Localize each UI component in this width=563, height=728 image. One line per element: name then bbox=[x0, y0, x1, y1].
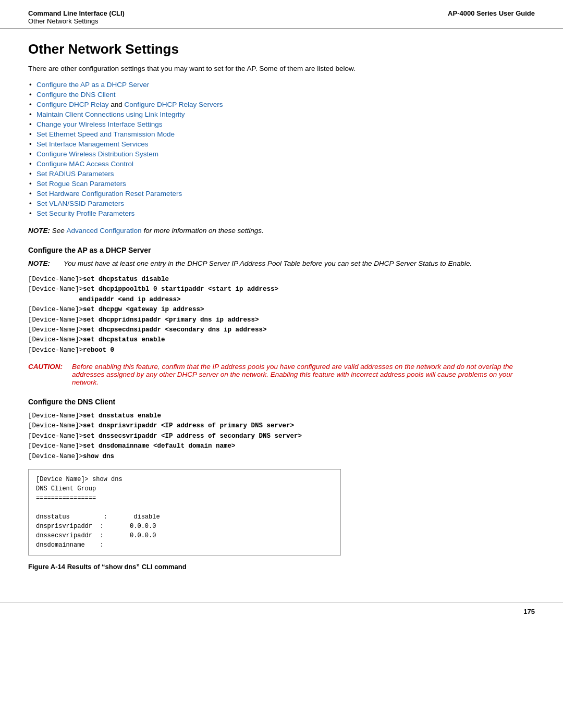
link-interface-mgmt[interactable]: Set Interface Management Services bbox=[36, 140, 149, 148]
link-configure-dns-client[interactable]: Configure the DNS Client bbox=[36, 91, 116, 98]
list-item: Set Security Profile Parameters bbox=[28, 208, 535, 218]
link-hw-config-reset[interactable]: Set Hardware Configuration Reset Paramet… bbox=[36, 190, 182, 198]
header-title: Command Line Interface (CLI) bbox=[28, 9, 125, 17]
link-security-profile[interactable]: Set Security Profile Parameters bbox=[36, 209, 134, 217]
list-item: Configure Wireless Distribution System bbox=[28, 149, 535, 159]
list-item: Set Hardware Configuration Reset Paramet… bbox=[28, 189, 535, 199]
code-line: [Device-Name]>set dhcpstatus enable bbox=[28, 336, 165, 343]
main-content: Other Network Settings There are other c… bbox=[0, 29, 563, 602]
code-line: [Device-Name]>set dnssecsvripaddr <IP ad… bbox=[28, 433, 302, 440]
and-text: and bbox=[111, 101, 124, 108]
header-subtitle: Other Network Settings bbox=[28, 17, 125, 25]
list-item: Configure MAC Access Control bbox=[28, 159, 535, 169]
terminal-line: dnsprisvripaddr : 0.0.0.0 bbox=[36, 522, 333, 531]
bullet-list: Configure the AP as a DHCP Server Config… bbox=[28, 80, 535, 218]
link-configure-dhcp-relay[interactable]: Configure DHCP Relay bbox=[36, 101, 109, 108]
link-vlan-ssid[interactable]: Set VLAN/SSID Parameters bbox=[36, 200, 124, 207]
note-label: NOTE: bbox=[28, 227, 52, 235]
terminal-line: DNS Client Group bbox=[36, 484, 333, 493]
header-right: AP-4000 Series User Guide bbox=[448, 9, 535, 17]
code-line: [Device-Name]>reboot 0 bbox=[28, 347, 114, 354]
section1-note: NOTE: You must have at least one entry i… bbox=[28, 260, 535, 267]
terminal-output: [Device Name]> show dns DNS Client Group… bbox=[28, 469, 341, 556]
code-line: [Device-Name]>set dhcpippooltbl 0 starti… bbox=[28, 286, 278, 293]
code-line: endipaddr <end ip address> bbox=[28, 296, 181, 303]
header-left: Command Line Interface (CLI) Other Netwo… bbox=[28, 9, 125, 25]
section1-code: [Device-Name]>set dhcpstatus disable [De… bbox=[28, 275, 535, 355]
note-paragraph: NOTE: See Advanced Configuration for mor… bbox=[28, 227, 535, 235]
terminal-line: dnssecsvripaddr : 0.0.0.0 bbox=[36, 531, 333, 540]
link-wds[interactable]: Configure Wireless Distribution System bbox=[36, 150, 158, 158]
list-item: Set Ethernet Speed and Transmission Mode bbox=[28, 129, 535, 139]
caution-label: CAUTION: bbox=[28, 363, 65, 386]
list-item: Configure DHCP Relay and Configure DHCP … bbox=[28, 100, 535, 109]
link-rogue-scan[interactable]: Set Rogue Scan Parameters bbox=[36, 180, 126, 188]
advanced-config-link[interactable]: Advanced Configuration bbox=[67, 227, 142, 235]
terminal-line: dnsdomainname : bbox=[36, 540, 333, 550]
figure-caption: Figure A-14 Results of “show dns” CLI co… bbox=[28, 563, 535, 571]
terminal-line bbox=[36, 503, 333, 512]
terminal-line: ================ bbox=[36, 493, 333, 503]
list-item: Set VLAN/SSID Parameters bbox=[28, 199, 535, 208]
terminal-line: [Device Name]> show dns bbox=[36, 475, 333, 484]
list-item: Set Rogue Scan Parameters bbox=[28, 179, 535, 189]
link-configure-ap-dhcp[interactable]: Configure the AP as a DHCP Server bbox=[36, 81, 149, 89]
list-item: Configure the AP as a DHCP Server bbox=[28, 80, 535, 90]
section1-note-label: NOTE: bbox=[28, 260, 56, 267]
link-ethernet-speed[interactable]: Set Ethernet Speed and Transmission Mode bbox=[36, 130, 175, 138]
section1-note-body: You must have at least one entry in the … bbox=[64, 260, 472, 267]
caution-block: CAUTION: Before enabling this feature, c… bbox=[28, 363, 535, 386]
code-line: [Device-Name]>set dhcpstatus disable bbox=[28, 276, 169, 283]
code-line: [Device-Name]>set dnsstatus enable bbox=[28, 412, 161, 419]
page-container: Command Line Interface (CLI) Other Netwo… bbox=[0, 0, 563, 621]
note-see-text: See bbox=[52, 227, 67, 235]
code-line: [Device-Name]>show dns bbox=[28, 453, 114, 460]
intro-text: There are other configuration settings t… bbox=[28, 65, 535, 72]
section1-heading: Configure the AP as a DHCP Server bbox=[28, 246, 535, 254]
code-line: [Device-Name]>set dhcppridnsipaddr <prim… bbox=[28, 316, 259, 324]
code-line: [Device-Name]>set dnsprisvripaddr <IP ad… bbox=[28, 422, 294, 429]
link-mac-access[interactable]: Configure MAC Access Control bbox=[36, 160, 133, 168]
link-radius[interactable]: Set RADIUS Parameters bbox=[36, 170, 114, 178]
note-rest-text: for more information on these settings. bbox=[143, 227, 263, 235]
link-wireless-interface[interactable]: Change your Wireless Interface Settings bbox=[36, 120, 163, 128]
list-item: Set Interface Management Services bbox=[28, 139, 535, 149]
link-configure-dhcp-relay-servers[interactable]: Configure DHCP Relay Servers bbox=[125, 101, 223, 108]
list-item: Maintain Client Connections using Link I… bbox=[28, 109, 535, 119]
page-footer: 175 bbox=[0, 602, 563, 621]
caution-body: Before enabling this feature, confirm th… bbox=[72, 363, 535, 386]
code-line: [Device-Name]>set dnsdomainname <default… bbox=[28, 442, 236, 450]
list-item: Configure the DNS Client bbox=[28, 90, 535, 100]
list-item: Set RADIUS Parameters bbox=[28, 169, 535, 179]
link-maintain-client[interactable]: Maintain Client Connections using Link I… bbox=[36, 110, 185, 118]
section2-code: [Device-Name]>set dnsstatus enable [Devi… bbox=[28, 411, 535, 462]
section2-heading: Configure the DNS Client bbox=[28, 398, 535, 406]
page-header: Command Line Interface (CLI) Other Netwo… bbox=[0, 0, 563, 29]
code-line: [Device-Name]>set dhcpsecdnsipaddr <seco… bbox=[28, 326, 267, 334]
page-number: 175 bbox=[523, 608, 535, 615]
list-item: Change your Wireless Interface Settings bbox=[28, 119, 535, 129]
terminal-line: dnsstatus : disable bbox=[36, 512, 333, 522]
page-title: Other Network Settings bbox=[28, 41, 535, 57]
code-line: [Device-Name]>set dhcpgw <gateway ip add… bbox=[28, 306, 204, 313]
